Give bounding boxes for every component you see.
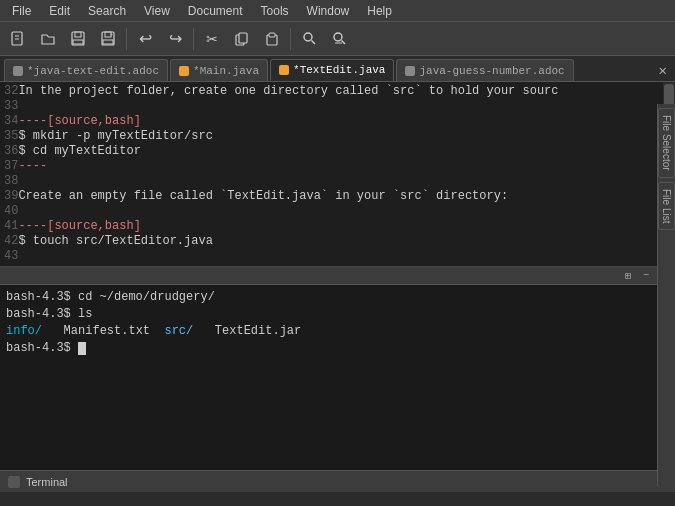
search-button[interactable] xyxy=(295,26,323,52)
tab-icon xyxy=(179,66,189,76)
redo-button[interactable]: ↪ xyxy=(161,26,189,52)
tabs-close-button[interactable]: ✕ xyxy=(655,60,671,81)
svg-rect-4 xyxy=(75,32,81,37)
editor-content: 32In the project folder, create one dire… xyxy=(0,82,675,266)
terminal-icon xyxy=(8,476,20,488)
tab-label: *java-text-edit.adoc xyxy=(27,65,159,77)
toolbar-separator-3 xyxy=(290,28,291,50)
terminal-label: Terminal xyxy=(26,476,68,488)
tab-label: *Main.java xyxy=(193,65,259,77)
main-layout: 32In the project folder, create one dire… xyxy=(0,82,675,506)
menu-search[interactable]: Search xyxy=(80,2,134,20)
tab-bar: *java-text-edit.adoc *Main.java *TextEdi… xyxy=(0,56,675,82)
sidebar-tab-file-selector[interactable]: File Selector xyxy=(658,108,675,178)
tab-icon xyxy=(13,66,23,76)
terminal-label-bar: Terminal xyxy=(0,470,675,492)
toolbar-separator-2 xyxy=(193,28,194,50)
editor-area[interactable]: 32In the project folder, create one dire… xyxy=(0,82,675,267)
svg-point-14 xyxy=(304,33,312,41)
svg-point-16 xyxy=(334,33,342,41)
content-area: 32In the project folder, create one dire… xyxy=(0,82,675,506)
undo-button[interactable]: ↩ xyxy=(131,26,159,52)
save-button[interactable] xyxy=(64,26,92,52)
new-button[interactable] xyxy=(4,26,32,52)
tab-icon xyxy=(279,65,289,75)
tab-java-text-edit[interactable]: *java-text-edit.adoc xyxy=(4,59,168,81)
tab-icon xyxy=(405,66,415,76)
cut-button[interactable]: ✂ xyxy=(198,26,226,52)
search-replace-button[interactable] xyxy=(325,26,353,52)
menu-document[interactable]: Document xyxy=(180,2,251,20)
svg-line-15 xyxy=(311,41,315,45)
svg-rect-11 xyxy=(239,33,247,43)
svg-rect-3 xyxy=(72,32,84,45)
tab-java-guess[interactable]: java-guess-number.adoc xyxy=(396,59,573,81)
terminal-divider: ⊞ − ✕ xyxy=(0,267,675,285)
right-sidebar: File Selector File List xyxy=(657,104,675,486)
menu-view[interactable]: View xyxy=(136,2,178,20)
svg-line-17 xyxy=(341,41,345,45)
tab-label: *TextEdit.java xyxy=(293,64,385,76)
copy-button[interactable] xyxy=(228,26,256,52)
terminal-expand-button[interactable]: ⊞ xyxy=(621,269,635,283)
tab-label: java-guess-number.adoc xyxy=(419,65,564,77)
menu-tools[interactable]: Tools xyxy=(253,2,297,20)
terminal-content: bash-4.3$ cd ~/demo/drudgery/ bash-4.3$ … xyxy=(0,285,675,361)
terminal-area[interactable]: bash-4.3$ cd ~/demo/drudgery/ bash-4.3$ … xyxy=(0,285,675,470)
svg-text:+: + xyxy=(110,31,114,37)
svg-rect-13 xyxy=(269,33,275,37)
tab-main-java[interactable]: *Main.java xyxy=(170,59,268,81)
menu-help[interactable]: Help xyxy=(359,2,400,20)
svg-rect-8 xyxy=(103,40,113,44)
menu-file[interactable]: File xyxy=(4,2,39,20)
svg-rect-5 xyxy=(73,40,83,44)
menu-window[interactable]: Window xyxy=(299,2,358,20)
menu-edit[interactable]: Edit xyxy=(41,2,78,20)
terminal-shrink-button[interactable]: − xyxy=(639,269,653,283)
paste-button[interactable] xyxy=(258,26,286,52)
toolbar-separator-1 xyxy=(126,28,127,50)
toolbar: + ↩ ↪ ✂ xyxy=(0,22,675,56)
menu-bar: File Edit Search View Document Tools Win… xyxy=(0,0,675,22)
open-button[interactable] xyxy=(34,26,62,52)
save-as-button[interactable]: + xyxy=(94,26,122,52)
tab-textedit-java[interactable]: *TextEdit.java xyxy=(270,59,394,81)
sidebar-tab-file-list[interactable]: File List xyxy=(658,182,675,230)
